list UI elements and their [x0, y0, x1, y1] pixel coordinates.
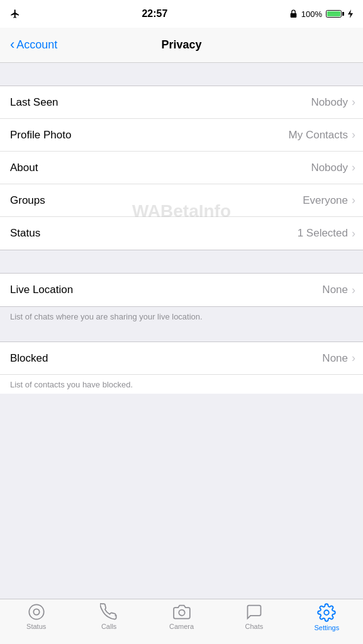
about-chevron-icon: ›: [352, 161, 355, 174]
groups-value-group: Everyone ›: [303, 194, 353, 207]
section-gap-mid: [0, 250, 363, 273]
live-location-section: Live Location None ›: [0, 273, 363, 307]
battery-icon: [326, 10, 344, 18]
lock-icon: [289, 9, 298, 18]
status-chevron-icon: ›: [352, 227, 355, 240]
last-seen-row[interactable]: Last Seen Nobody ›: [0, 86, 363, 119]
status-row[interactable]: Status 1 Selected ›: [0, 217, 363, 250]
live-location-description: List of chats where you are sharing your…: [0, 307, 363, 329]
settings-tab-icon: [317, 603, 336, 622]
back-button[interactable]: ‹ Account: [10, 38, 57, 52]
live-location-label: Live Location: [10, 284, 73, 296]
live-location-value: None: [322, 284, 348, 296]
bottom-padding: [0, 394, 363, 444]
chats-tab-label: Chats: [245, 623, 264, 630]
about-label: About: [10, 162, 38, 174]
tab-settings[interactable]: Settings: [291, 603, 363, 631]
blocked-label: Blocked: [10, 352, 48, 365]
last-seen-chevron-icon: ›: [352, 96, 355, 109]
groups-value: Everyone: [303, 194, 348, 207]
battery-percent: 100%: [301, 9, 322, 19]
groups-chevron-icon: ›: [352, 194, 355, 207]
tab-calls[interactable]: Calls: [72, 603, 145, 630]
live-location-value-group: None ›: [322, 284, 353, 297]
about-value: Nobody: [311, 162, 348, 174]
section-gap-before-blocked: [0, 329, 363, 341]
status-value-group: 1 Selected ›: [298, 227, 353, 240]
settings-tab-label: Settings: [314, 624, 339, 631]
blocked-value: None: [322, 352, 348, 365]
svg-point-4: [179, 610, 184, 616]
last-seen-value: Nobody: [311, 96, 348, 109]
status-bar-time: 22:57: [142, 8, 167, 19]
visibility-section: Last Seen Nobody › Profile Photo My Cont…: [0, 86, 363, 250]
about-row[interactable]: About Nobody ›: [0, 152, 363, 184]
last-seen-value-group: Nobody ›: [311, 96, 353, 109]
profile-photo-label: Profile Photo: [10, 129, 71, 142]
calls-tab-label: Calls: [101, 623, 116, 630]
airplane-icon: [10, 9, 20, 19]
svg-point-2: [29, 604, 43, 619]
tab-camera[interactable]: Camera: [145, 603, 218, 630]
profile-photo-value: My Contacts: [289, 129, 348, 142]
status-value: 1 Selected: [298, 227, 348, 240]
profile-photo-value-group: My Contacts ›: [289, 128, 353, 142]
tab-status[interactable]: Status: [0, 603, 72, 630]
status-label: Status: [10, 227, 40, 240]
tab-chats[interactable]: Chats: [218, 603, 290, 630]
about-value-group: Nobody ›: [311, 161, 353, 174]
camera-tab-label: Camera: [169, 623, 194, 630]
status-bar-right: 100%: [289, 9, 353, 19]
groups-row[interactable]: Groups Everyone ›: [0, 184, 363, 217]
svg-marker-1: [348, 9, 353, 18]
live-location-row[interactable]: Live Location None ›: [0, 274, 363, 306]
last-seen-label: Last Seen: [10, 96, 59, 109]
back-label: Account: [16, 38, 57, 52]
blocked-row[interactable]: Blocked None ›: [0, 342, 363, 375]
status-tab-label: Status: [26, 623, 46, 630]
svg-rect-0: [290, 13, 296, 18]
status-bar: 22:57 100%: [0, 0, 363, 28]
nav-bar: ‹ Account Privacy: [0, 28, 363, 63]
calls-tab-icon: [100, 603, 118, 621]
profile-photo-chevron-icon: ›: [352, 128, 355, 142]
content-area: WABetaInfo Last Seen Nobody › Profile Ph…: [0, 63, 363, 444]
blocked-section: Blocked None › List of contacts you have…: [0, 341, 363, 394]
camera-tab-icon: [173, 603, 191, 621]
profile-photo-row[interactable]: Profile Photo My Contacts ›: [0, 119, 363, 152]
blocked-value-group: None ›: [322, 352, 353, 365]
charging-icon: [348, 9, 353, 18]
page-title: Privacy: [161, 38, 201, 52]
blocked-description: List of contacts you have blocked.: [0, 375, 363, 394]
section-gap-top: [0, 63, 363, 86]
back-chevron-icon: ‹: [10, 38, 14, 52]
chats-tab-icon: [245, 603, 263, 621]
tab-bar: Status Calls Camera Chats Settings: [0, 599, 363, 644]
live-location-chevron-icon: ›: [352, 284, 355, 297]
groups-label: Groups: [10, 194, 45, 207]
svg-point-5: [325, 610, 330, 615]
status-bar-left: [10, 9, 20, 19]
svg-point-3: [33, 609, 39, 614]
status-tab-icon: [28, 603, 45, 621]
blocked-chevron-icon: ›: [352, 352, 355, 365]
